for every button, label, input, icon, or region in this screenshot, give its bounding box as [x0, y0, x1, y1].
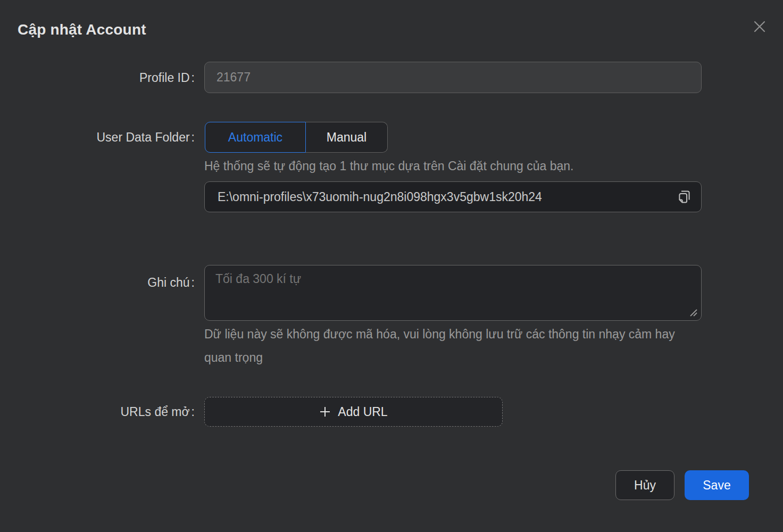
note-label: Ghi chú:: [0, 275, 195, 290]
close-icon: [752, 19, 767, 34]
folder-helper-text: Hệ thống sẽ tự động tạo 1 thư mục dựa tr…: [204, 157, 573, 175]
profile-path-field: E:\omni-profiles\x73uomih-nug2n8i098hgx3…: [204, 181, 702, 212]
add-url-label: Add URL: [338, 405, 387, 419]
close-button[interactable]: [748, 15, 771, 38]
profile-id-input: [204, 62, 702, 93]
note-helper-text: Dữ liệu này sẽ không được mã hóa, vui lò…: [204, 322, 686, 369]
profile-id-label: Profile ID:: [0, 70, 195, 86]
profile-path-value: E:\omni-profiles\x73uomih-nug2n8i098hgx3…: [218, 190, 673, 204]
copy-icon: [674, 188, 693, 206]
cancel-button[interactable]: Hủy: [615, 470, 674, 500]
note-textarea[interactable]: [204, 265, 702, 321]
page-title: Cập nhật Account: [18, 21, 146, 38]
manual-option[interactable]: Manual: [306, 122, 388, 153]
copy-path-button[interactable]: [673, 187, 694, 207]
plus-icon: [319, 406, 331, 418]
add-url-button[interactable]: Add URL: [204, 397, 503, 427]
urls-label: URLs để mở:: [0, 404, 195, 420]
update-account-dialog: Cập nhật Account Profile ID: User Data F…: [0, 0, 783, 532]
user-data-folder-toggle: Automatic Manual: [205, 122, 388, 153]
automatic-option[interactable]: Automatic: [205, 122, 306, 153]
user-data-folder-label: User Data Folder:: [0, 129, 195, 145]
save-button[interactable]: Save: [685, 470, 749, 500]
